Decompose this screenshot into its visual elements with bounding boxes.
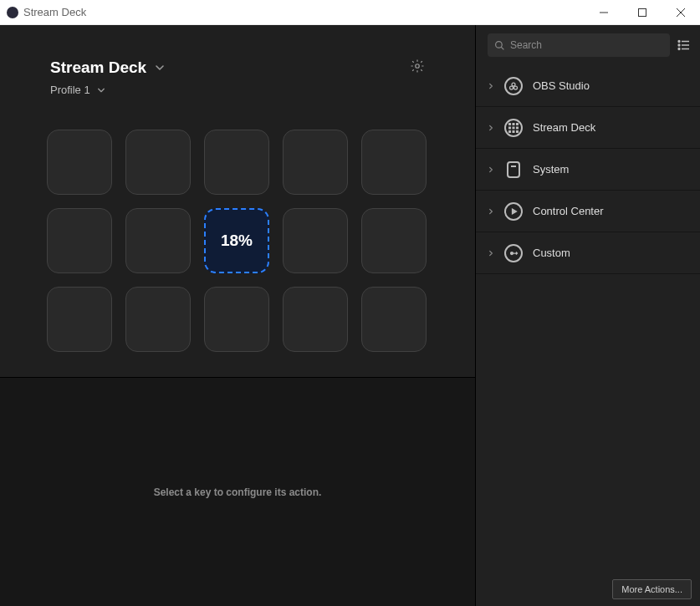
deck-key-3[interactable] [283,130,348,195]
svg-rect-17 [516,130,519,133]
svg-point-5 [678,48,680,50]
svg-point-6 [512,83,515,86]
header-title-wrap: Stream Deck Profile 1 [50,59,165,96]
left-column: Stream Deck Profile 1 [0,25,475,606]
grid-icon [504,119,523,137]
titlebar-left: Stream Deck [7,6,86,18]
deck-key-1[interactable] [125,130,191,195]
search-wrap[interactable] [488,33,670,57]
deck-key-8[interactable] [283,208,348,273]
svg-point-3 [678,41,680,43]
search-icon [494,40,505,51]
svg-rect-13 [513,126,515,129]
deck-key-9[interactable] [361,208,427,273]
header: Stream Deck Profile 1 [0,25,475,104]
svg-rect-14 [516,126,519,129]
titlebar: Stream Deck [0,0,700,25]
deck-key-7[interactable]: 18% [204,208,269,273]
key-label: 18% [221,232,253,250]
svg-rect-12 [508,126,511,129]
deck-key-2[interactable] [204,130,269,195]
device-selector[interactable]: Stream Deck [50,59,165,77]
category-label: Control Center [533,205,604,217]
app-body: Stream Deck Profile 1 [0,25,700,606]
deck-key-6[interactable] [125,208,191,273]
control-icon [504,202,523,221]
close-button[interactable] [662,0,700,25]
svg-point-2 [496,41,503,48]
obs-icon [504,77,523,95]
custom-icon [504,244,523,262]
device-name: Stream Deck [50,59,146,77]
deck-key-5[interactable] [47,208,112,273]
svg-point-7 [510,86,514,89]
chevron-down-icon [155,63,165,73]
svg-rect-15 [508,130,511,133]
profile-selector[interactable]: Profile 1 [50,84,165,96]
category-label: OBS Studio [533,79,590,92]
deck-key-10[interactable] [47,287,112,352]
minimize-button[interactable] [585,0,623,25]
svg-point-8 [514,86,518,89]
svg-marker-18 [513,209,517,214]
more-actions-button[interactable]: More Actions... [612,579,692,599]
chevron-right-icon [488,83,494,89]
svg-point-19 [511,252,514,254]
category-item[interactable]: OBS Studio [476,65,700,107]
category-item[interactable]: Custom [476,232,700,274]
chevron-right-icon [488,166,494,173]
svg-rect-9 [508,123,511,125]
deck-key-11[interactable] [125,287,191,352]
category-item[interactable]: Control Center [476,191,700,232]
deck-key-4[interactable] [361,130,427,195]
window-title: Stream Deck [23,6,86,18]
app-icon [7,7,18,18]
view-toggle-button[interactable] [677,38,692,53]
search-input[interactable] [510,39,663,51]
chevron-right-icon [488,208,494,215]
category-label: System [533,163,569,176]
svg-rect-11 [516,123,519,125]
svg-point-4 [678,44,680,46]
category-item[interactable]: Stream Deck [476,107,700,149]
chevron-down-icon [97,86,105,94]
config-panel: Select a key to configure its action. [0,377,475,606]
svg-rect-16 [513,130,515,133]
category-label: Custom [533,247,570,259]
profile-name: Profile 1 [50,84,90,96]
key-grid-area: 18% [0,104,475,377]
chevron-right-icon [488,125,494,131]
svg-point-1 [416,64,420,69]
system-icon [507,161,520,178]
chevron-right-icon [488,250,494,257]
category-item[interactable]: System [476,149,700,191]
category-label: Stream Deck [533,121,595,134]
deck-key-13[interactable] [283,287,348,352]
window-controls [585,0,700,25]
svg-rect-10 [513,123,515,125]
key-grid: 18% [47,130,428,352]
deck-key-0[interactable] [47,130,112,195]
svg-rect-0 [639,8,646,16]
settings-button[interactable] [410,59,425,74]
category-list: OBS StudioStream DeckSystemControl Cente… [476,65,700,274]
maximize-button[interactable] [623,0,662,25]
deck-key-14[interactable] [361,287,427,352]
deck-key-12[interactable] [204,287,269,352]
footer: More Actions... [476,573,700,606]
config-hint: Select a key to configure its action. [154,486,322,498]
right-column: OBS StudioStream DeckSystemControl Cente… [475,25,700,606]
search-row [476,25,700,65]
